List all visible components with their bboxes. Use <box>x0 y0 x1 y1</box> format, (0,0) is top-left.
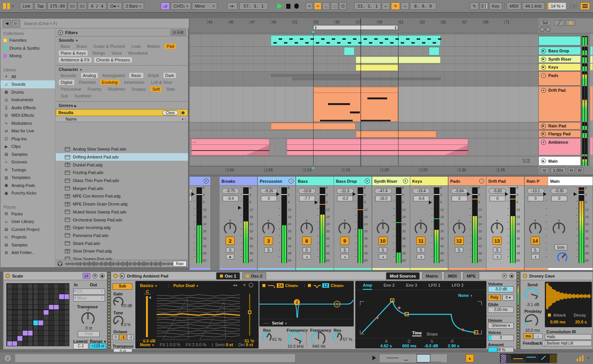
fold-button[interactable]: Fold <box>78 331 100 337</box>
peak-level[interactable]: -11.3 <box>336 188 354 194</box>
tag-Arpeggiated[interactable]: Arpeggiated <box>100 73 127 78</box>
fx1-value[interactable]: FX 1 0.0 % <box>160 342 180 347</box>
solo-button[interactable]: S <box>379 247 387 253</box>
sidebar-item-Samples[interactable]: ▤Samples <box>0 151 55 158</box>
volume-field[interactable]: -0.2 <box>337 196 353 201</box>
place-item-Packs[interactable]: ⊞Packs <box>0 210 55 218</box>
device-on-icon[interactable] <box>523 274 527 278</box>
solo-button[interactable]: S <box>417 247 425 253</box>
collection-Mixing[interactable]: Mixing <box>0 52 55 60</box>
send-knob[interactable] <box>524 287 539 301</box>
sounds-section-header[interactable]: Sounds ▼ <box>56 36 188 43</box>
solo-button[interactable]: S <box>455 247 463 253</box>
root-note-menu[interactable]: C#/D♭ <box>171 2 191 10</box>
res2-value[interactable]: 57 % <box>343 337 352 342</box>
peak-level[interactable]: -9.75 <box>222 188 239 194</box>
arrangement-position-field[interactable]: 57. 3. 1 <box>239 2 268 10</box>
quantize-menu[interactable]: 2 Bars <box>123 2 144 10</box>
time-signature-field[interactable]: 4 / 4 <box>88 2 106 10</box>
sidebar-item-Grooves[interactable]: ≈Grooves <box>0 158 55 166</box>
follow-button[interactable]: ➔· <box>227 2 238 10</box>
group-icon[interactable]: ≡ <box>541 73 546 78</box>
pan-knob[interactable] <box>529 222 542 235</box>
play-icon[interactable]: ▶ <box>541 132 546 136</box>
volume-field[interactable]: 0 <box>489 196 505 201</box>
tag-Inharmonic[interactable]: Inharmonic <box>122 80 146 85</box>
arm-button[interactable]: ◑ <box>379 254 387 259</box>
collection-Favorites[interactable]: Favorites <box>0 36 55 44</box>
ir-file-select[interactable]: Berliner Hall LR <box>545 340 592 346</box>
track-activator[interactable]: 13 <box>493 237 502 245</box>
tab-osc2[interactable]: Osc 2 <box>242 272 266 279</box>
freq2-value[interactable]: 640 Hz <box>312 344 326 348</box>
filter-curve-display[interactable]: 2 1 <box>259 290 354 318</box>
loop-start-field[interactable]: 53. 1. 1 <box>354 2 381 10</box>
search-input[interactable]: Search (Cmd + F) <box>24 21 57 26</box>
volume-arrow[interactable] <box>191 192 195 196</box>
meter-dropdown-icon[interactable]: ▼ <box>587 356 590 360</box>
track-lane-Main[interactable] <box>190 157 538 166</box>
tab-matrix[interactable]: Matrix <box>422 272 442 279</box>
sidebar-item-Drums[interactable]: ▦Drums <box>0 88 55 96</box>
midi-map-button[interactable]: MIDI <box>507 2 521 10</box>
sidebar-item-Audio Effects[interactable]: ⣿Audio Effects <box>0 104 55 112</box>
cue-volume-knob[interactable] <box>557 252 568 263</box>
character-section-header[interactable]: Character ▼ <box>56 66 188 72</box>
arm-button[interactable]: ◑ <box>340 254 349 259</box>
track-header-Rain Pad[interactable]: ▶Rain Pad <box>538 122 581 130</box>
tag-Evolving[interactable]: Evolving <box>100 80 120 85</box>
filter1-circuit[interactable]: Clean▾ <box>285 283 298 288</box>
beat-time-ruler[interactable]: 434547495153555759616365676971❯❮ <box>190 18 538 33</box>
clip[interactable] <box>356 64 398 71</box>
result-item[interactable]: Organ Incoming.adg <box>56 224 188 232</box>
nudge-down-icon[interactable]: |||| <box>68 2 77 10</box>
wt-circle-icon[interactable]: ◯ <box>249 282 253 287</box>
volume-arrow[interactable] <box>353 192 356 196</box>
sidebar-item-All[interactable]: ≡All <box>0 73 55 81</box>
arrangement-overview[interactable] <box>379 354 447 363</box>
transpose-value[interactable]: 0 st <box>85 326 92 330</box>
wt-prev-icon[interactable]: ◂ ▸ <box>233 283 237 287</box>
key-map-button[interactable]: Key <box>489 2 502 10</box>
pan-knob[interactable] <box>490 222 504 235</box>
tag-Ambience & FX[interactable]: Ambience & FX <box>59 57 91 63</box>
tap-button[interactable]: Tap <box>34 2 47 10</box>
tag-Rhythmic[interactable]: Rhythmic <box>106 86 127 92</box>
arm-button[interactable]: ● <box>226 254 234 259</box>
result-item[interactable]: Shark Pad.adv <box>56 239 188 247</box>
tag-Percussive[interactable]: Percussive <box>59 86 83 92</box>
tag-Brass[interactable]: Brass <box>74 44 89 49</box>
collection-Drums & Synths[interactable]: Drums & Synths <box>0 44 55 52</box>
arm-button[interactable]: ◑ <box>531 254 540 259</box>
tag-Analog[interactable]: Analog <box>81 73 98 78</box>
track-activator[interactable]: 2 <box>226 237 235 245</box>
gain-value[interactable]: -20 dB <box>121 304 132 308</box>
result-item[interactable]: Fizzling Pad.adv <box>56 169 188 177</box>
result-item[interactable]: Glass Thin Pure Pad.adv <box>56 177 188 185</box>
pan-knob[interactable] <box>300 222 314 235</box>
volume-field[interactable]: 0 <box>551 196 567 201</box>
wavetable-display[interactable] <box>155 292 242 341</box>
ir-category-select[interactable]: Halls <box>545 334 592 340</box>
nudge-up-icon[interactable]: |||| <box>78 2 87 10</box>
volume-arrow[interactable] <box>505 192 508 196</box>
set-button[interactable]: Set <box>539 20 551 26</box>
save-preset-icon[interactable]: ▣ <box>100 273 105 278</box>
loop-length-field[interactable]: 8. 0. 0 <box>410 2 437 10</box>
env-slope-toggle[interactable]: Slope <box>427 332 438 336</box>
fold-icon[interactable]: ▼ <box>403 179 408 184</box>
volume-arrow[interactable] <box>238 206 241 210</box>
hot-swap-icon[interactable]: ⟳ <box>93 273 97 278</box>
forward-icon[interactable]: ▶ <box>12 20 20 27</box>
re-enable-automation-icon[interactable]: ← <box>322 2 330 10</box>
tab-osc1[interactable]: Osc 1 <box>216 272 240 279</box>
place-item-Current Project[interactable]: ▤Current Project <box>0 226 55 234</box>
octave-minus1[interactable]: -1 <box>119 334 126 340</box>
wavetable-select[interactable]: Pulse Dual ▼ <box>173 283 199 288</box>
osc-pitch-slider[interactable] <box>146 296 148 337</box>
tag-Guitar & Plucked[interactable]: Guitar & Plucked <box>92 44 127 49</box>
sidebar-item-MIDI Effects[interactable]: ☰MIDI Effects <box>0 111 55 119</box>
volume-field[interactable]: 0 <box>528 196 544 201</box>
poly-mode[interactable]: Poly <box>488 295 501 301</box>
track-activator[interactable]: 8 <box>302 237 311 245</box>
